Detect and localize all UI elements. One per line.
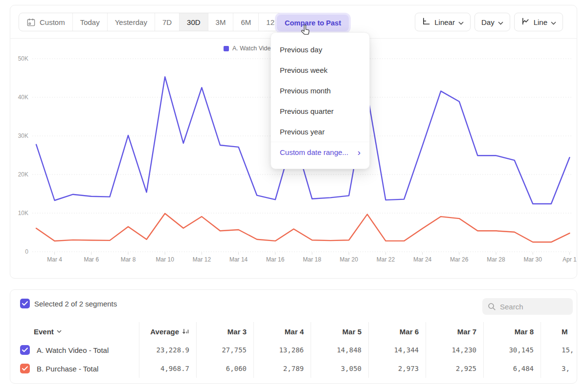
value-cell: 2,973 (369, 359, 426, 378)
menu-item-label: Previous week (280, 66, 328, 74)
segment-name: A. Watch Video - Total (37, 346, 109, 354)
column-header-label: Event (34, 327, 54, 336)
date-range-6m[interactable]: 6M (233, 13, 258, 31)
value-cell: 27,755 (197, 341, 254, 359)
value-cell: 3,050 (311, 359, 369, 378)
column-header-mar-7[interactable]: Mar 7 (426, 322, 484, 341)
menu-item-label: Custom date range... (280, 148, 348, 156)
chevron-down-icon (551, 18, 556, 26)
table-row-a-watch-video-total: A. Watch Video - Total23,228.927,75513,2… (10, 341, 577, 359)
segments-table: EventAverageMar 3Mar 4Mar 5Mar 6Mar 7Mar… (10, 322, 577, 378)
date-range-group: CustomTodayYesterday7D30D3M6M12M (19, 13, 288, 31)
column-header-label: Mar 5 (342, 327, 361, 336)
menu-item-label: Previous year (280, 128, 325, 136)
value-cell: 14,230 (426, 341, 484, 359)
event-cell: A. Watch Video - Total (10, 341, 139, 359)
value-cell: 4,968.7 (139, 359, 197, 378)
date-range-label: 30D (187, 18, 201, 26)
interval-dropdown-button[interactable]: Day (474, 13, 510, 31)
menu-item-label: Previous month (280, 87, 331, 95)
select-all-checkbox[interactable] (20, 299, 30, 308)
value-cell: 6,060 (197, 359, 254, 378)
menu-item-label: Previous quarter (280, 107, 334, 115)
column-header-mar-5[interactable]: Mar 5 (311, 322, 369, 341)
date-range-label: Today (80, 18, 100, 26)
date-range-7d[interactable]: 7D (155, 13, 179, 31)
column-header-label: Mar 4 (285, 327, 304, 336)
menu-item-previous-quarter[interactable]: Previous quarter (271, 101, 369, 121)
menu-item-previous-year[interactable]: Previous year (271, 121, 369, 142)
chevron-down-icon (57, 330, 62, 333)
chevron-down-icon (458, 18, 464, 26)
chevron-right-icon: › (358, 148, 361, 157)
scale-label: Linear (434, 18, 455, 26)
value-cell: 3, (541, 359, 577, 378)
chart-type-label: Line (534, 18, 547, 26)
column-header-mar-6[interactable]: Mar 6 (369, 322, 426, 341)
date-range-label: Yesterday (115, 18, 147, 26)
event-cell: B. Purchase - Total (10, 359, 139, 378)
legend-swatch-watch-video (224, 46, 229, 51)
value-cell: 2,925 (426, 359, 484, 378)
column-header-label: M (562, 327, 568, 336)
date-range-custom[interactable]: Custom (19, 13, 72, 31)
segments-card: Selected 2 of 2 segments EventAverageMar… (10, 289, 577, 384)
date-range-label: Custom (40, 18, 65, 26)
menu-item-previous-month[interactable]: Previous month (271, 80, 369, 101)
menu-item-previous-week[interactable]: Previous week (271, 60, 369, 80)
chevron-down-icon (498, 18, 503, 26)
compare-menu: Previous dayPrevious weekPrevious monthP… (271, 32, 370, 169)
column-header-label: Mar 7 (457, 327, 476, 336)
date-range-3m[interactable]: 3M (208, 13, 233, 31)
column-header-mar-3[interactable]: Mar 3 (197, 322, 254, 341)
column-header-label: Mar 8 (515, 327, 534, 336)
menu-item-label: Previous day (280, 45, 322, 54)
value-cell: 13,286 (254, 341, 311, 359)
date-range-yesterday[interactable]: Yesterday (107, 13, 155, 31)
date-range-label: 6M (241, 18, 251, 26)
segment-checkbox[interactable] (20, 345, 30, 355)
line-chart-icon (521, 17, 530, 27)
sort-descending-icon (182, 328, 189, 335)
segment-checkbox[interactable] (20, 364, 30, 373)
column-header-mar-8[interactable]: Mar 8 (484, 322, 541, 341)
column-header-label: Mar 3 (227, 327, 247, 336)
calendar-icon (26, 18, 36, 27)
value-cell: 15, (541, 341, 577, 359)
column-header-event[interactable]: Event (10, 322, 139, 341)
menu-item-previous-day[interactable]: Previous day (271, 39, 369, 60)
dashboard-page: CustomTodayYesterday7D30D3M6M12M Compare… (0, 0, 587, 392)
table-row-b-purchase-total: B. Purchase - Total4,968.76,0602,7893,05… (10, 359, 577, 378)
column-header-average[interactable]: Average (139, 322, 197, 341)
date-range-label: 3M (216, 18, 226, 26)
search-box (482, 298, 573, 315)
column-header-label: Mar 6 (400, 327, 419, 336)
table-header-row: EventAverageMar 3Mar 4Mar 5Mar 6Mar 7Mar… (10, 322, 577, 341)
date-range-today[interactable]: Today (72, 13, 107, 31)
interval-label: Day (481, 18, 495, 26)
segments-summary-label: Selected 2 of 2 segments (34, 300, 117, 308)
menu-item-custom-date-range[interactable]: Custom date range...› (271, 142, 369, 162)
segments-summary-row: Selected 2 of 2 segments (20, 299, 117, 308)
linear-axis-icon (422, 17, 431, 27)
column-header-m[interactable]: M (541, 322, 577, 341)
chart-type-dropdown-button[interactable]: Line (514, 13, 563, 31)
scale-dropdown-button[interactable]: Linear (415, 13, 471, 31)
value-cell: 14,344 (369, 341, 426, 359)
date-range-30d[interactable]: 30D (179, 13, 208, 31)
value-cell: 14,848 (311, 341, 369, 359)
value-cell: 30,145 (484, 341, 541, 359)
value-cell: 6,484 (484, 359, 541, 378)
chart-controls: Linear Day (415, 13, 563, 31)
column-header-label: Average (150, 327, 179, 336)
compare-to-past-button[interactable]: Compare to Past (277, 15, 349, 31)
value-cell: 23,228.9 (139, 341, 197, 359)
column-header-mar-4[interactable]: Mar 4 (254, 322, 311, 341)
date-range-label: 7D (162, 18, 172, 26)
segment-name: B. Purchase - Total (37, 365, 98, 373)
value-cell: 2,789 (254, 359, 311, 378)
search-icon (488, 303, 496, 311)
